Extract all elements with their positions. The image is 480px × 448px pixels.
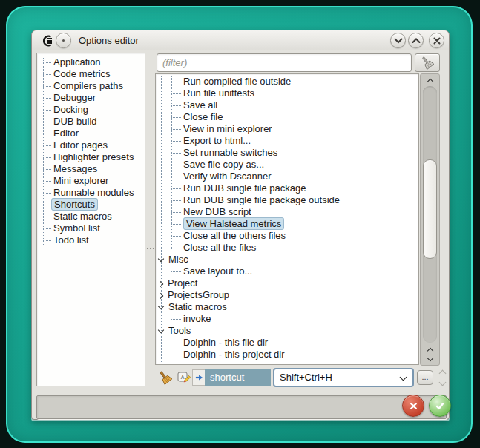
sidebar-item[interactable]: Symbol list [37, 223, 145, 234]
sidebar-item[interactable]: Runnable modules [37, 187, 145, 199]
cancel-button[interactable] [402, 395, 424, 417]
tree-item[interactable]: Run compiled file outside [156, 76, 418, 88]
titlebar[interactable]: Options editor [32, 30, 449, 50]
chevron-right-icon[interactable] [157, 292, 163, 298]
tree-connector-icon [43, 205, 51, 205]
tree-connector-icon [43, 228, 51, 229]
clean-button[interactable] [157, 370, 173, 389]
sidebar-item[interactable]: Static macros [37, 211, 145, 223]
splitter-handle[interactable] [147, 248, 154, 258]
tree-item[interactable]: Dolphin - this project dir [156, 349, 418, 360]
accept-button[interactable] [429, 395, 451, 417]
chevron-right-icon[interactable] [157, 280, 163, 286]
minimize-button[interactable] [390, 33, 406, 48]
tree-item-label: Set runnable switches [183, 147, 277, 158]
tree-scrollbar[interactable] [420, 73, 440, 366]
property-name-cell[interactable]: shortcut [205, 369, 271, 386]
tree-item[interactable]: Close all the others files [156, 230, 418, 242]
tree-connector-icon [171, 355, 181, 355]
updown-spinner[interactable] [437, 368, 449, 388]
tree-node-label: ProjectsGroup [168, 289, 229, 300]
chevron-up-icon [412, 38, 421, 44]
tree-connector-icon [43, 157, 51, 158]
sidebar-item[interactable]: Application [37, 56, 145, 68]
tree-item[interactable]: Dolphin - this file dir [156, 337, 418, 349]
tree-item[interactable]: Set runnable switches [156, 147, 418, 159]
tree-item[interactable]: New DUB script [156, 206, 418, 218]
tree-connector-icon [43, 134, 51, 134]
tree-item[interactable]: Close all the files [156, 242, 418, 254]
chevron-down-icon [400, 374, 407, 381]
tree-connector-icon [171, 177, 181, 177]
shortcut-combobox[interactable]: Shift+Ctrl+H [273, 368, 414, 387]
sidebar-item[interactable]: Messages [37, 163, 145, 175]
tree-item[interactable]: Misc [156, 254, 418, 266]
tree-connector-icon [171, 271, 181, 272]
sidebar-item[interactable]: Shortcuts [37, 199, 145, 211]
tree-connector-icon [171, 248, 181, 248]
sidebar-item-label: Editor pages [53, 139, 108, 151]
dialog-footer-bar [36, 395, 447, 419]
close-icon [433, 37, 441, 45]
scrollbar-thumb[interactable] [423, 159, 437, 259]
chevron-down-icon[interactable] [158, 303, 164, 309]
chevron-up-icon [439, 370, 447, 378]
sidebar-item-label: Debugger [53, 92, 96, 103]
tree-item-label: Run DUB single file package outside [183, 194, 340, 205]
chevron-down-icon [394, 38, 403, 44]
sidebar-item[interactable]: DUB build [37, 116, 145, 128]
tree-item[interactable]: Close file [156, 111, 418, 123]
categories-panel: ApplicationCode metricsCompilers pathsDe… [36, 53, 145, 386]
sidebar-item[interactable]: Code metrics [37, 68, 145, 80]
tree-connector-icon [171, 93, 181, 94]
edit-shortcut-button[interactable]: A [177, 372, 191, 387]
filter-input[interactable] [157, 53, 412, 72]
tree-item-label: Dolphin - this project dir [183, 349, 285, 360]
titlebar-menu-button[interactable] [56, 33, 71, 48]
sidebar-item[interactable]: Docking [37, 104, 145, 116]
tree-item[interactable]: View Halstead metrics [156, 218, 418, 230]
maximize-button[interactable] [408, 33, 424, 48]
sidebar-item[interactable]: Mini explorer [37, 175, 145, 187]
tree-item[interactable]: Run DUB single file package outside [156, 194, 418, 206]
tree-item[interactable]: Tools [156, 325, 418, 337]
tree-item[interactable]: Project [156, 277, 418, 289]
sidebar-item[interactable]: Todo list [37, 234, 145, 246]
tree-item-label: Run DUB single file package [183, 182, 306, 194]
sidebar-item[interactable]: Compilers paths [37, 80, 145, 92]
tree-connector-icon [43, 98, 51, 99]
tree-item[interactable]: Save file copy as... [156, 159, 418, 171]
close-button[interactable] [429, 33, 444, 48]
tree-item[interactable]: Export to html... [156, 135, 418, 147]
sidebar-item-label: Docking [53, 104, 88, 115]
scroll-down-button[interactable] [421, 355, 439, 363]
tree-item[interactable]: Run file unittests [156, 88, 418, 99]
tree-item[interactable]: Save layout to... [156, 266, 418, 277]
scroll-up-button[interactable] [421, 76, 439, 85]
tree-node-label: Misc [168, 254, 188, 265]
tree-connector-icon [171, 141, 181, 142]
more-button[interactable]: ... [417, 370, 433, 385]
tree-item[interactable]: Verify with Dscanner [156, 171, 418, 182]
tree-connector-icon [171, 82, 181, 82]
tree-item[interactable]: Static macros [156, 301, 418, 313]
tree-item-label: New DUB script [183, 206, 251, 217]
tree-item[interactable]: invoke [156, 313, 418, 325]
chevron-down-icon[interactable] [158, 256, 164, 262]
sidebar-item[interactable]: Editor pages [37, 139, 145, 151]
window-title: Options editor [79, 30, 139, 50]
tree-item[interactable]: View in mini explorer [156, 123, 418, 135]
tree-connector-icon [171, 117, 181, 118]
tree-connector-icon [43, 217, 51, 217]
sidebar-item[interactable]: Debugger [37, 92, 145, 104]
tree-item[interactable]: Save all [156, 99, 418, 111]
tree-item[interactable]: Run DUB single file package [156, 182, 418, 194]
scroll-up-button[interactable] [421, 345, 439, 354]
clear-filter-button[interactable] [415, 53, 440, 72]
tree-connector-icon [171, 236, 181, 237]
tree-connector-icon [43, 181, 51, 182]
sidebar-item[interactable]: Highlighter presets [37, 151, 145, 163]
chevron-down-icon[interactable] [158, 327, 164, 333]
tree-item[interactable]: ProjectsGroup [156, 289, 418, 301]
sidebar-item[interactable]: Editor [37, 128, 145, 139]
